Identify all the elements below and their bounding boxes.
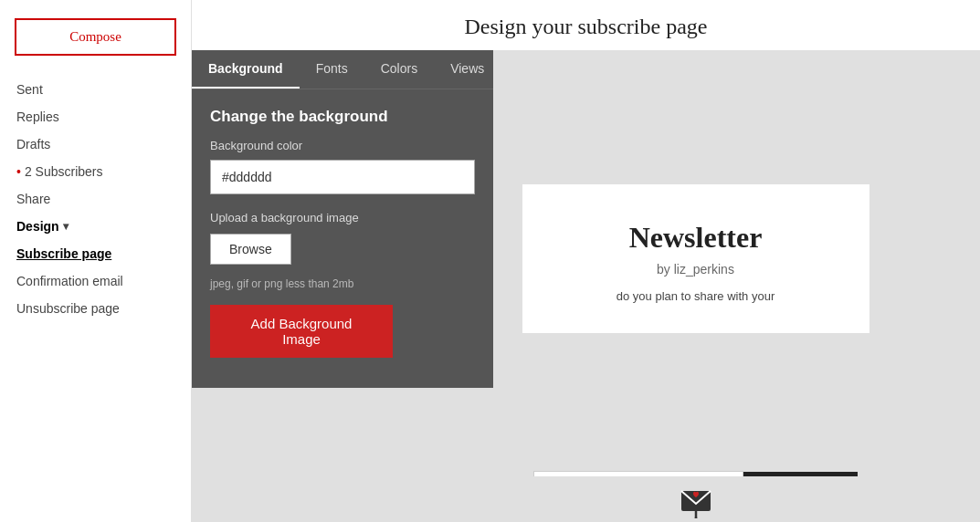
sidebar-item-subscribers[interactable]: 2 Subscribers xyxy=(15,160,176,183)
newsletter-preview: Newsletter by liz_perkins do you plan to… xyxy=(411,50,980,485)
newsletter-card: Newsletter by liz_perkins do you plan to… xyxy=(522,184,869,333)
sidebar-item-design[interactable]: Design ▾ xyxy=(15,214,176,238)
add-background-image-button[interactable]: Add Background Image xyxy=(210,305,393,358)
content-area: Background Fonts Colors Views Change the… xyxy=(192,50,980,522)
sidebar-item-confirmation-email[interactable]: Confirmation email xyxy=(15,269,176,293)
sidebar-item-unsubscribe-page[interactable]: Unsubscribe page xyxy=(15,297,176,320)
file-hint: jpeg, gif or png less than 2mb xyxy=(210,277,475,290)
tab-views[interactable]: Views xyxy=(434,50,501,89)
tab-colors[interactable]: Colors xyxy=(364,50,434,89)
browse-button[interactable]: Browse xyxy=(210,234,291,265)
sidebar-item-subscribe-page[interactable]: Subscribe page xyxy=(15,242,176,266)
sidebar: Compose Sent Replies Drafts 2 Subscriber… xyxy=(0,0,192,522)
background-tab-content: Change the background Background color U… xyxy=(192,89,493,380)
mail-logo-icon xyxy=(678,482,714,518)
sidebar-item-drafts[interactable]: Drafts xyxy=(15,132,176,156)
sidebar-item-design-label: Design xyxy=(16,219,59,234)
main-content: Design your subscribe page Background Fo… xyxy=(192,0,980,522)
sidebar-item-sent[interactable]: Sent xyxy=(15,78,176,101)
chevron-down-icon: ▾ xyxy=(63,220,68,233)
newsletter-title: Newsletter xyxy=(550,221,842,255)
tab-background[interactable]: Background xyxy=(192,50,300,89)
tabs: Background Fonts Colors Views xyxy=(192,50,493,89)
newsletter-byline: by liz_perkins xyxy=(550,262,842,277)
tab-fonts[interactable]: Fonts xyxy=(300,50,364,89)
section-title: Change the background xyxy=(210,108,475,126)
newsletter-description: do you plan to share with your xyxy=(550,287,842,306)
sidebar-item-replies[interactable]: Replies xyxy=(15,105,176,129)
page-title: Design your subscribe page xyxy=(192,0,980,50)
compose-button[interactable]: Compose xyxy=(15,18,176,56)
sidebar-item-share[interactable]: Share xyxy=(15,187,176,211)
upload-label: Upload a background image xyxy=(210,211,475,224)
color-input[interactable] xyxy=(210,160,475,194)
color-field-label: Background color xyxy=(210,139,475,152)
tab-panel: Background Fonts Colors Views Change the… xyxy=(192,50,493,388)
